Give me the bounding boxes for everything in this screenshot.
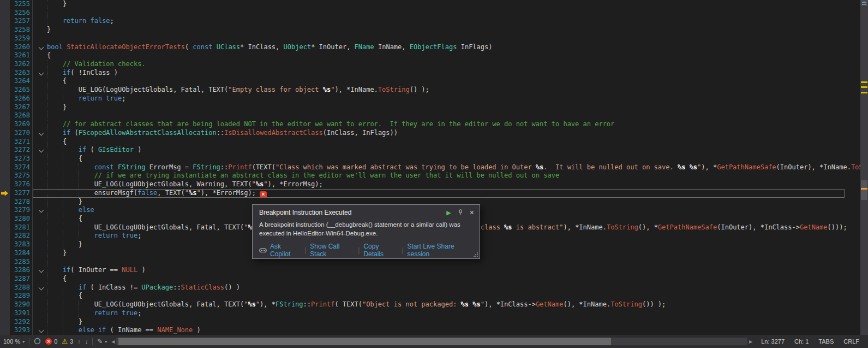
chevron-down-icon[interactable] [39,285,44,290]
fold-margin[interactable] [32,326,47,335]
code-editor[interactable]: 3255}32563257return false;3258}32593260b… [0,0,860,335]
breakpoint-margin[interactable] [0,0,10,9]
breakpoint-margin[interactable] [0,77,10,86]
breakpoint-margin[interactable] [0,9,10,17]
code-line[interactable]: 3277ensureMsgf(false, TEXT("%s"), *Error… [0,189,860,198]
popup-link-copy-details[interactable]: Copy Details [363,243,398,258]
breakpoint-margin[interactable] [0,300,10,309]
code-line[interactable]: 3270if (FScopedAllowAbstractClassAllocat… [0,129,860,138]
code-line[interactable]: 3261{ [0,51,860,60]
code-line[interactable]: 3266return true; [0,95,860,103]
breakpoint-margin[interactable] [0,120,10,129]
code-line[interactable]: 3292} [0,318,860,327]
code-line[interactable]: 3265UE_LOG(LogUObjectGlobals, Fatal, TEX… [0,86,860,95]
fold-margin[interactable] [32,146,47,155]
scroll-left-arrow-icon[interactable]: ◀ [111,339,115,344]
breakpoint-margin[interactable] [0,111,10,120]
breakpoint-margin[interactable] [0,249,10,258]
popup-link-ask-copilot[interactable]: Ask Copilot [270,243,301,258]
split-window-button[interactable] [860,0,868,7]
breakpoint-margin[interactable] [0,86,10,95]
breakpoint-margin[interactable] [0,146,10,155]
breakpoint-margin[interactable] [0,232,10,240]
chevron-down-icon[interactable] [39,268,44,273]
code-line[interactable]: 3287{ [0,275,860,284]
code-line[interactable]: 3289{ [0,292,860,300]
breakpoint-margin[interactable] [0,51,10,60]
fold-margin[interactable] [32,43,47,52]
breakpoint-margin[interactable] [0,95,10,103]
popup-link-start-live-share-session[interactable]: Start Live Share session [408,243,473,258]
breakpoint-margin[interactable] [0,34,10,43]
status-line-number[interactable]: Ln: 3277 [761,338,785,345]
breakpoint-margin[interactable] [0,129,10,138]
code-line[interactable]: 3273{ [0,155,860,163]
breakpoint-margin[interactable] [0,189,10,198]
code-line[interactable]: 3255} [0,0,860,9]
breakpoint-margin[interactable] [0,258,10,267]
code-line[interactable]: 3269// for abstract classes that are bei… [0,120,860,129]
code-line[interactable]: 3293else if ( InName == NAME_None ) [0,326,860,335]
breakpoint-margin[interactable] [0,172,10,180]
pin-icon[interactable] [457,209,464,216]
code-line[interactable]: 3256 [0,9,860,17]
code-line[interactable]: 3268 [0,111,860,120]
breakpoint-margin[interactable] [0,60,10,69]
code-line[interactable]: 3263if( !InClass ) [0,69,860,78]
resize-grip-icon[interactable] [473,252,478,257]
warning-indicator[interactable]: ⚠ 3 [62,338,73,345]
fold-margin[interactable] [32,129,47,138]
code-line[interactable]: 3267} [0,103,860,112]
code-line[interactable]: 3264{ [0,77,860,86]
breakpoint-margin[interactable] [0,318,10,327]
fold-margin[interactable] [32,206,47,215]
breakpoint-margin[interactable] [0,103,10,112]
breakpoint-margin[interactable] [0,206,10,215]
status-indent-mode[interactable]: TABS [818,338,834,345]
breakpoint-margin[interactable] [0,155,10,163]
status-line-ending[interactable]: CRLF [843,338,859,345]
code-line[interactable]: 3262// Validation checks. [0,60,860,69]
breakpoint-margin[interactable] [0,292,10,300]
error-indicator[interactable]: × 0 [45,338,57,345]
breakpoint-margin[interactable] [0,69,10,78]
zoom-control[interactable]: 100 % ▾ [3,338,25,345]
breakpoint-margin[interactable] [0,26,10,34]
previous-issue-button[interactable]: ↑ [77,338,81,345]
fold-margin[interactable] [32,284,47,292]
chevron-down-icon[interactable] [39,208,44,213]
scroll-right-arrow-icon[interactable]: ▶ [749,339,752,344]
code-line[interactable]: 3272if ( GIsEditor ) [0,146,860,155]
code-line[interactable]: 3276UE_LOG(LogUObjectGlobals, Warning, T… [0,180,860,189]
code-line[interactable]: 3286if( InOuter == NULL ) [0,266,860,275]
breakpoint-margin[interactable] [0,163,10,172]
chevron-down-icon[interactable] [39,70,44,75]
breakpoint-margin[interactable] [0,266,10,275]
code-line[interactable]: 3275// if we are trying instantiate an a… [0,172,860,180]
chevron-down-icon[interactable] [39,44,44,50]
vertical-scrollbar[interactable] [860,0,868,335]
code-line[interactable]: 3257return false; [0,17,860,26]
next-issue-button[interactable]: ↓ [85,338,88,345]
document-health-icon[interactable] [34,338,41,346]
breakpoint-margin[interactable] [0,326,10,335]
code-line[interactable]: 3291return true; [0,309,860,318]
fold-margin[interactable] [32,266,47,275]
code-line[interactable]: 3288if ( InClass != UPackage::StaticClas… [0,284,860,292]
vertical-scrollbar-thumb[interactable] [861,180,867,200]
status-column-number[interactable]: Ch: 1 [794,338,809,345]
code-cleanup-control[interactable]: ✎ ▾ [97,338,107,345]
breakpoint-margin[interactable] [0,138,10,146]
breakpoint-error-icon[interactable]: × [260,191,267,198]
breakpoint-margin[interactable] [0,240,10,249]
close-icon[interactable]: × [470,209,474,216]
horizontal-scrollbar-thumb[interactable] [118,338,610,345]
breakpoint-margin[interactable] [0,284,10,292]
continue-execution-icon[interactable]: ▶ [446,209,451,216]
breakpoint-margin[interactable] [0,215,10,223]
chevron-down-icon[interactable] [39,148,44,153]
popup-link-show-call-stack[interactable]: Show Call Stack [310,243,354,258]
breakpoint-margin[interactable] [0,17,10,26]
breakpoint-margin[interactable] [0,43,10,52]
code-line[interactable]: 3259 [0,34,860,43]
